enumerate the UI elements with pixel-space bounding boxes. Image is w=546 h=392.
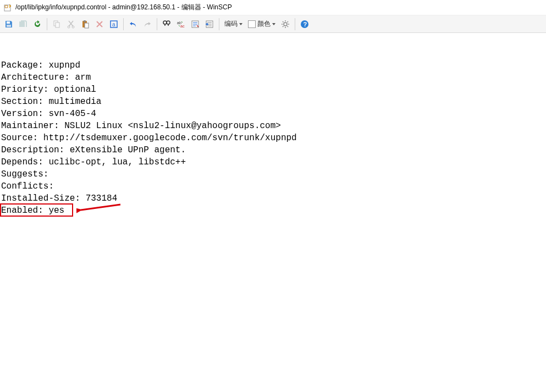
caret-icon	[272, 23, 275, 25]
window-title: /opt/lib/ipkg/info/xupnpd.control - admi…	[15, 3, 232, 12]
encoding-dropdown[interactable]: 编码	[222, 18, 245, 31]
color-swatch	[248, 20, 256, 28]
svg-rect-9	[85, 23, 89, 28]
svg-rect-2	[7, 25, 11, 27]
separator	[123, 18, 124, 30]
find-button[interactable]	[160, 18, 173, 31]
select-all-button[interactable]: a	[107, 18, 120, 31]
encoding-label: 编码	[224, 19, 238, 29]
svg-rect-1	[7, 21, 10, 24]
separator	[219, 18, 219, 30]
redo-button[interactable]	[141, 18, 154, 31]
copy-button[interactable]	[50, 18, 63, 31]
svg-text:a: a	[112, 21, 115, 27]
svg-rect-8	[84, 20, 86, 22]
separator	[47, 18, 47, 30]
editor-line[interactable]: Suggests:	[1, 168, 545, 180]
titlebar: /opt/lib/ipkg/info/xupnpd.control - admi…	[0, 0, 546, 15]
goto-line-button[interactable]	[203, 18, 216, 31]
reload-button[interactable]	[31, 18, 44, 31]
editor-line[interactable]: Maintainer: NSLU2 Linux <nslu2-linux@yah…	[1, 120, 545, 132]
save-all-button[interactable]	[16, 18, 30, 31]
svg-text:?: ?	[304, 21, 307, 27]
paste-button[interactable]	[79, 18, 92, 31]
editor-line[interactable]: Package: xupnpd	[1, 59, 545, 71]
caret-icon	[239, 23, 242, 25]
editor-line[interactable]: Depends: uclibc-opt, lua, libstdc++	[1, 156, 545, 168]
editor-line[interactable]: Installed-Size: 733184	[1, 192, 545, 205]
svg-point-12	[163, 21, 167, 24]
color-label: 颜色	[257, 19, 271, 29]
editor-line[interactable]: Priority: optional	[1, 84, 545, 96]
svg-text:ac: ac	[180, 24, 185, 28]
undo-button[interactable]	[126, 18, 140, 31]
editor-line[interactable]: Source: http://tsdemuxer.googlecode.com/…	[1, 132, 545, 144]
editor-line[interactable]: Section: multimedia	[1, 96, 545, 108]
app-icon	[3, 3, 12, 12]
replace-button[interactable]: abac	[174, 18, 187, 31]
separator	[157, 18, 157, 30]
settings-button[interactable]	[279, 18, 292, 31]
svg-point-13	[167, 21, 170, 24]
help-button[interactable]: ?	[298, 18, 311, 31]
svg-point-18	[284, 23, 287, 26]
goto-button[interactable]	[189, 18, 202, 31]
text-editor[interactable]: Package: xupnpdArchitecture: armPriority…	[0, 33, 546, 219]
svg-rect-4	[56, 23, 59, 27]
separator	[295, 18, 295, 30]
editor-line[interactable]: Enabled: yes	[1, 205, 545, 217]
editor-line[interactable]: Description: eXtensible UPnP agent.	[1, 144, 545, 156]
editor-line[interactable]: Version: svn-405-4	[1, 108, 545, 120]
editor-line[interactable]: Conflicts:	[1, 180, 545, 192]
toolbar: a abac 编码 颜色 ?	[0, 15, 546, 33]
editor-line[interactable]: Architecture: arm	[1, 71, 545, 84]
cut-button[interactable]	[64, 18, 78, 31]
color-dropdown[interactable]: 颜色	[246, 18, 278, 31]
delete-button[interactable]	[93, 18, 106, 31]
save-button[interactable]	[2, 18, 15, 31]
